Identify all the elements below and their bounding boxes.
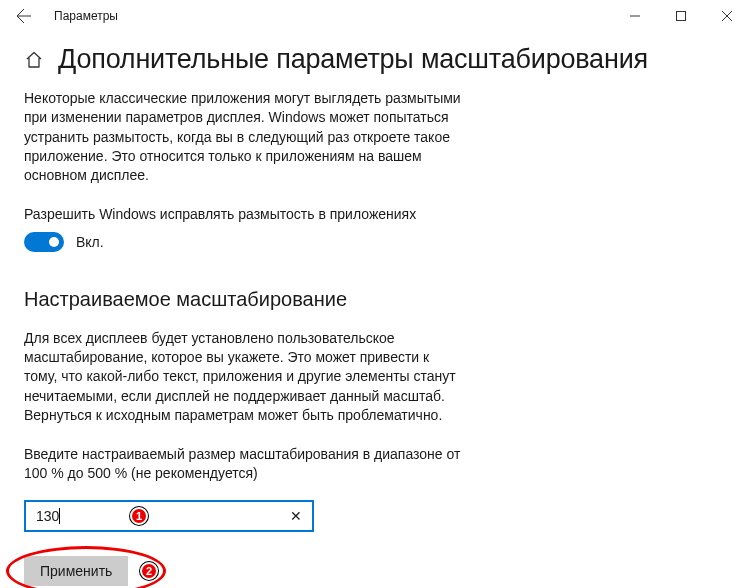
annotation-marker-2: 2: [140, 562, 158, 580]
maximize-button[interactable]: [658, 0, 704, 32]
custom-scaling-description: Для всех дисплеев будет установлено поль…: [24, 329, 464, 426]
app-title: Параметры: [54, 9, 118, 23]
blur-fix-toggle-label: Разрешить Windows исправлять размытость …: [24, 206, 726, 222]
blur-fix-toggle[interactable]: [24, 232, 64, 252]
window-controls: [612, 0, 750, 32]
content-area: Дополнительные параметры масштабирования…: [0, 32, 750, 588]
svg-rect-0: [677, 12, 686, 21]
text-cursor: [59, 508, 60, 524]
scaling-input-value[interactable]: 130: [36, 508, 59, 524]
scaling-input-hint: Введите настраиваемый размер масштабиров…: [24, 445, 484, 484]
back-arrow-icon: [16, 8, 32, 24]
page-header: Дополнительные параметры масштабирования: [24, 44, 726, 75]
blur-fix-description: Некоторые классические приложения могут …: [24, 89, 464, 186]
apply-button-row: Применить 2: [24, 556, 128, 586]
toggle-knob: [49, 237, 59, 247]
custom-scaling-title: Настраиваемое масштабирование: [24, 288, 726, 311]
minimize-button[interactable]: [612, 0, 658, 32]
page-title: Дополнительные параметры масштабирования: [58, 44, 648, 75]
close-button[interactable]: [704, 0, 750, 32]
blur-fix-toggle-row: Вкл.: [24, 232, 726, 252]
maximize-icon: [676, 11, 686, 21]
scaling-input-container[interactable]: 130 ✕ 1: [24, 500, 314, 532]
titlebar: Параметры: [0, 0, 750, 32]
annotation-marker-1: 1: [130, 507, 148, 525]
home-icon[interactable]: [24, 50, 44, 70]
toggle-status-text: Вкл.: [76, 234, 104, 250]
minimize-icon: [630, 11, 640, 21]
back-button[interactable]: [12, 4, 36, 28]
apply-button[interactable]: Применить: [24, 556, 128, 586]
close-icon: [722, 11, 732, 21]
clear-input-button[interactable]: ✕: [286, 508, 306, 524]
